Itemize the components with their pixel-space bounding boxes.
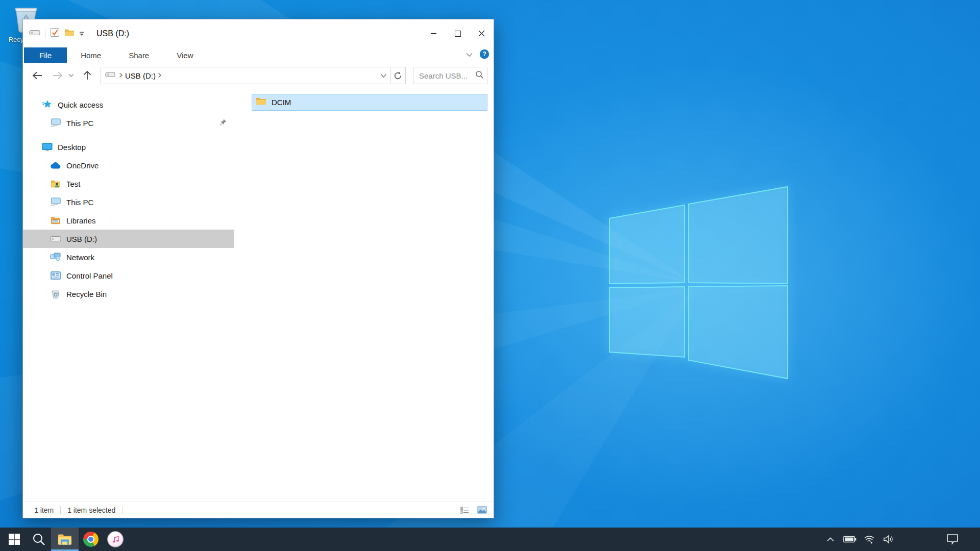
ribbon-right-controls: ? bbox=[465, 47, 489, 63]
tab-view[interactable]: View bbox=[163, 47, 207, 63]
wifi-icon bbox=[864, 535, 875, 544]
refresh-button[interactable] bbox=[390, 67, 406, 84]
recycle-bin-icon bbox=[50, 289, 61, 298]
window-main: Quick access This PC Desktop bbox=[23, 88, 494, 502]
address-history-chevron-icon[interactable] bbox=[380, 71, 387, 80]
back-button[interactable] bbox=[29, 71, 45, 80]
usb-drive-icon bbox=[105, 71, 115, 80]
search-icon bbox=[32, 533, 45, 546]
search-input[interactable] bbox=[418, 71, 475, 81]
this-pc-icon bbox=[50, 118, 61, 128]
sidebar-item-label: Test bbox=[66, 180, 81, 188]
user-folder-icon bbox=[50, 180, 61, 188]
sidebar-item-label: Network bbox=[66, 253, 94, 262]
large-icons-view-button[interactable] bbox=[475, 505, 488, 516]
action-center-icon bbox=[946, 534, 959, 545]
search-icon[interactable] bbox=[475, 70, 484, 81]
navigation-bar: USB (D:) bbox=[23, 63, 494, 88]
tray-expand-chevron-icon bbox=[826, 537, 835, 542]
help-button[interactable]: ? bbox=[479, 49, 489, 61]
breadcrumb-location[interactable]: USB (D:) bbox=[125, 71, 156, 80]
breadcrumb-chevron-icon[interactable] bbox=[119, 71, 123, 80]
minimize-icon bbox=[431, 33, 436, 34]
sidebar-item-label: This PC bbox=[66, 198, 93, 207]
taskbar-search-button[interactable] bbox=[27, 528, 51, 551]
expand-ribbon-chevron-icon[interactable] bbox=[465, 51, 473, 60]
recent-locations-chevron-icon[interactable] bbox=[66, 73, 76, 78]
sidebar-item-label: This PC bbox=[66, 119, 93, 128]
details-view-button[interactable] bbox=[458, 505, 471, 516]
close-icon bbox=[478, 30, 485, 37]
tab-home[interactable]: Home bbox=[67, 47, 115, 63]
sidebar-item-network[interactable]: Network bbox=[23, 248, 234, 266]
file-item-dcim[interactable]: DCIM bbox=[252, 94, 487, 111]
sidebar-item-label: USB (D:) bbox=[66, 235, 97, 243]
title-bar[interactable]: USB (D:) bbox=[23, 19, 494, 47]
network-status-button[interactable] bbox=[860, 528, 879, 551]
taskbar-chrome-button[interactable] bbox=[79, 528, 103, 551]
network-icon bbox=[50, 253, 61, 262]
itunes-icon bbox=[108, 532, 123, 547]
file-list-area[interactable]: DCIM bbox=[234, 88, 494, 502]
minimize-button[interactable] bbox=[422, 19, 446, 47]
tab-share[interactable]: Share bbox=[115, 47, 163, 63]
toolbar-separator bbox=[89, 29, 89, 39]
close-button[interactable] bbox=[470, 19, 494, 47]
view-toggle-buttons bbox=[458, 505, 488, 516]
volume-icon bbox=[883, 535, 894, 544]
usb-drive-icon bbox=[50, 235, 61, 242]
window-title: USB (D:) bbox=[96, 29, 422, 38]
sidebar-item-test-user[interactable]: Test bbox=[23, 174, 234, 193]
quick-access-star-icon bbox=[41, 99, 53, 110]
folder-icon bbox=[256, 97, 266, 108]
action-center-button[interactable] bbox=[938, 528, 967, 551]
sidebar-item-libraries[interactable]: Libraries bbox=[23, 211, 234, 230]
taskbar-itunes-button[interactable] bbox=[103, 528, 128, 551]
status-separator bbox=[60, 506, 61, 514]
up-button[interactable] bbox=[79, 70, 95, 81]
forward-button[interactable] bbox=[50, 71, 66, 80]
chrome-icon bbox=[83, 532, 99, 547]
system-tray bbox=[821, 528, 980, 551]
start-button[interactable] bbox=[2, 528, 27, 551]
sidebar-item-recycle-bin[interactable]: Recycle Bin bbox=[23, 285, 234, 303]
svg-text:?: ? bbox=[482, 51, 486, 58]
battery-icon bbox=[843, 536, 856, 543]
address-bar[interactable]: USB (D:) bbox=[101, 67, 390, 84]
taskbar-file-explorer-button[interactable] bbox=[51, 528, 79, 551]
battery-status-button[interactable] bbox=[840, 528, 860, 551]
pin-icon bbox=[219, 118, 227, 128]
sidebar-item-label: Desktop bbox=[58, 143, 86, 152]
desktop-icon bbox=[41, 142, 53, 152]
taskbar bbox=[0, 528, 980, 551]
maximize-button[interactable] bbox=[446, 19, 470, 47]
sidebar-item-label: OneDrive bbox=[66, 161, 99, 170]
quick-access-toolbar bbox=[23, 28, 89, 39]
sidebar-item-quick-access[interactable]: Quick access bbox=[23, 95, 234, 114]
this-pc-icon bbox=[50, 197, 61, 207]
customize-toolbar-dropdown-icon[interactable] bbox=[79, 29, 84, 38]
new-folder-icon[interactable] bbox=[64, 29, 75, 39]
sidebar-item-desktop[interactable]: Desktop bbox=[23, 138, 234, 156]
item-count: 1 item bbox=[34, 506, 54, 514]
file-name: DCIM bbox=[272, 98, 291, 107]
properties-check-icon[interactable] bbox=[50, 28, 60, 39]
sidebar-item-this-pc[interactable]: This PC bbox=[23, 193, 234, 211]
status-bar: 1 item 1 item selected bbox=[23, 502, 494, 518]
sidebar-group-gap bbox=[23, 132, 234, 138]
refresh-icon bbox=[394, 71, 402, 80]
volume-button[interactable] bbox=[879, 528, 898, 551]
sidebar-item-usb-drive[interactable]: USB (D:) bbox=[23, 230, 234, 248]
sidebar-item-onedrive[interactable]: OneDrive bbox=[23, 156, 234, 174]
toolbar-separator bbox=[45, 29, 45, 39]
file-explorer-icon bbox=[57, 533, 72, 546]
usb-drive-icon bbox=[29, 29, 40, 38]
tray-expand-button[interactable] bbox=[821, 528, 840, 551]
selection-count: 1 item selected bbox=[67, 506, 115, 514]
sidebar-item-this-pc-pinned[interactable]: This PC bbox=[23, 114, 234, 132]
maximize-icon bbox=[455, 31, 461, 37]
sidebar-item-control-panel[interactable]: Control Panel bbox=[23, 266, 234, 285]
breadcrumb-chevron-icon[interactable] bbox=[158, 71, 162, 80]
tab-file[interactable]: File bbox=[24, 47, 67, 63]
control-panel-icon bbox=[50, 271, 61, 280]
